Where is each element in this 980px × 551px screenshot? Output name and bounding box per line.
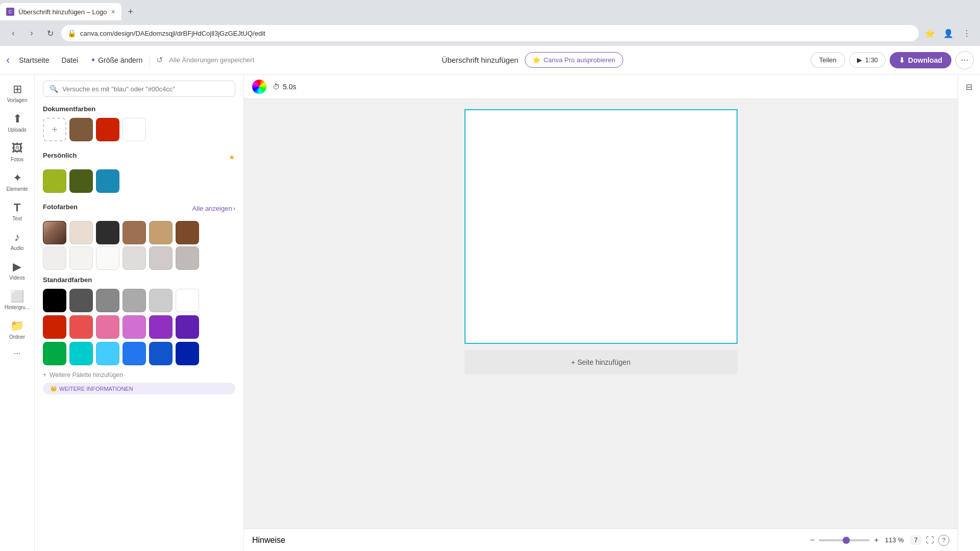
std-cyan[interactable] <box>69 342 93 365</box>
more-options-button[interactable]: ··· <box>955 51 974 69</box>
sidebar-item-uploads[interactable]: ⬆ Uploads <box>2 108 33 137</box>
color-wheel-button[interactable] <box>252 80 266 94</box>
active-tab[interactable]: C Überschrift hinzufügen – Logo × <box>0 3 121 20</box>
color-search-bar[interactable]: 🔍 <box>43 81 235 97</box>
std-pink[interactable] <box>96 315 119 339</box>
play-button[interactable]: ▶ 1:30 <box>849 52 886 68</box>
std-gray[interactable] <box>96 289 119 312</box>
std-light-gray[interactable] <box>122 289 146 312</box>
profile-button[interactable]: 👤 <box>941 26 955 40</box>
text-icon: T <box>14 201 20 214</box>
photo-thumbnail[interactable] <box>43 221 66 244</box>
std-dark-gray[interactable] <box>69 289 93 312</box>
home-button[interactable]: Startseite <box>14 53 54 67</box>
std-navy[interactable] <box>149 342 173 365</box>
std-black[interactable] <box>43 289 66 312</box>
download-button[interactable]: ⬇ Download <box>890 52 951 68</box>
personal-color-1[interactable] <box>43 169 66 193</box>
resize-label: Größe ändern <box>98 56 142 64</box>
new-tab-button[interactable]: + <box>124 5 138 19</box>
canvas-timer: ⏱ 5.0s <box>273 83 296 91</box>
add-page-label: + Seite hinzufügen <box>571 358 630 366</box>
std-purple[interactable] <box>149 315 173 339</box>
sidebar-item-audio[interactable]: ♪ Audio <box>2 227 33 255</box>
document-colors-grid: + <box>43 118 235 141</box>
nav-forward-button[interactable]: › <box>24 26 39 40</box>
share-label: Teilen <box>819 56 837 64</box>
app: ‹ Startseite Datei ✦ Größe ändern ↺ Alle… <box>0 46 980 551</box>
photo-color-5[interactable] <box>176 221 199 244</box>
zoom-in-button[interactable]: + <box>874 536 878 545</box>
sidebar-item-more[interactable]: ··· <box>2 345 33 362</box>
photo-color-11[interactable] <box>176 246 199 270</box>
sidebar-item-fotos[interactable]: 🖼 Fotos <box>2 138 33 166</box>
std-dark-navy[interactable] <box>176 342 199 365</box>
file-button[interactable]: Datei <box>56 53 83 67</box>
photo-color-1[interactable] <box>69 221 93 244</box>
weitere-info-button[interactable]: 👑 WEITERE INFORMATIONEN <box>43 383 235 394</box>
help-button[interactable]: ? <box>938 535 949 546</box>
sidebar-item-hintergrund[interactable]: ⬜ Hintergru... <box>2 286 33 314</box>
address-bar[interactable]: 🔒 canva.com/design/DAEdomzsqjl/drBFjHdCo… <box>61 25 919 41</box>
photo-color-4[interactable] <box>149 221 173 244</box>
photo-color-2[interactable] <box>96 221 119 244</box>
timer-icon: ⏱ <box>273 83 280 91</box>
uploads-label: Uploads <box>8 127 27 133</box>
page-number[interactable]: 7 <box>910 535 922 545</box>
color-panel: 🔍 Dokumentfarben + Persönlich ★ <box>35 74 244 551</box>
color-search-input[interactable] <box>62 85 229 93</box>
undo-button[interactable]: ↺ <box>152 53 167 67</box>
std-blue[interactable] <box>122 342 146 365</box>
resize-button[interactable]: ✦ Größe ändern <box>85 53 148 67</box>
fotos-icon: 🖼 <box>12 142 23 155</box>
photo-color-8[interactable] <box>96 246 119 270</box>
videos-label: Videos <box>9 275 24 281</box>
fullscreen-button[interactable]: ⛶ <box>926 536 934 545</box>
photo-color-9[interactable] <box>122 246 146 270</box>
right-panel-icon[interactable]: ⊟ <box>961 79 977 95</box>
std-white[interactable] <box>176 289 199 312</box>
photo-color-6[interactable] <box>43 246 66 270</box>
photo-color-10[interactable] <box>149 246 173 270</box>
back-home-button[interactable]: ‹ <box>6 54 10 67</box>
play-icon: ▶ <box>857 56 862 64</box>
vorlagen-label: Vorlagen <box>7 97 27 103</box>
show-all-link[interactable]: Alle anzeigen › <box>192 205 235 212</box>
sidebar-item-videos[interactable]: ▶ Videos <box>2 256 33 285</box>
extensions-button[interactable]: ⭐ <box>923 26 937 40</box>
std-lighter-gray[interactable] <box>149 289 173 312</box>
zoom-out-button[interactable]: − <box>810 536 815 545</box>
std-sky[interactable] <box>96 342 119 365</box>
weitere-palette-button[interactable]: + Weitere Palette hinzufügen <box>43 369 235 381</box>
browser-menu-button[interactable]: ⋮ <box>960 26 974 40</box>
more-icon: ··· <box>14 349 20 358</box>
std-coral[interactable] <box>69 315 93 339</box>
canvas-scroll-area[interactable]: + Seite hinzufügen <box>244 99 958 529</box>
std-violet[interactable] <box>122 315 146 339</box>
tab-close-button[interactable]: × <box>111 8 115 16</box>
canvas-page[interactable] <box>464 109 738 344</box>
sidebar-item-vorlagen[interactable]: ⊞ Vorlagen <box>2 79 33 107</box>
std-teal[interactable] <box>43 342 66 365</box>
sidebar-item-text[interactable]: T Text <box>2 197 33 226</box>
personal-color-3[interactable] <box>96 169 119 193</box>
add-color-button[interactable]: + <box>43 118 66 141</box>
nav-refresh-button[interactable]: ↻ <box>43 26 57 40</box>
doc-color-3[interactable] <box>122 118 146 141</box>
sidebar-item-ordner[interactable]: 📁 Ordner <box>2 315 33 344</box>
std-red[interactable] <box>43 315 66 339</box>
photo-color-7[interactable] <box>69 246 93 270</box>
sidebar-item-elemente[interactable]: ✦ Elemente <box>2 167 33 196</box>
toolbar-divider <box>150 54 150 66</box>
photo-color-3[interactable] <box>122 221 146 244</box>
plus-icon: + <box>43 371 46 379</box>
personal-color-2[interactable] <box>69 169 93 193</box>
zoom-slider[interactable] <box>819 539 870 541</box>
add-page-button[interactable]: + Seite hinzufügen <box>464 350 738 374</box>
canva-pro-button[interactable]: ⭐ Canva Pro ausprobieren <box>525 52 623 68</box>
doc-color-2[interactable] <box>96 118 119 141</box>
nav-back-button[interactable]: ‹ <box>6 26 20 40</box>
share-button[interactable]: Teilen <box>811 52 845 68</box>
std-dark-purple[interactable] <box>176 315 199 339</box>
doc-color-1[interactable] <box>69 118 93 141</box>
